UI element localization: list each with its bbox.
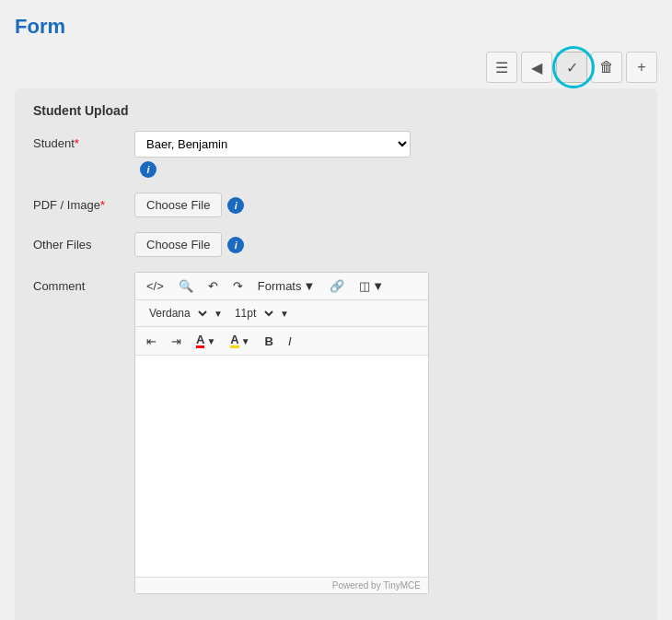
- editor-toolbar-row3: ⇤ ⇥ A ▼ A ▼ B I: [135, 327, 428, 356]
- editor-formats-button[interactable]: Formats ▼: [252, 276, 321, 296]
- italic-icon: I: [288, 334, 292, 348]
- pdf-info-icon[interactable]: i: [227, 197, 244, 214]
- toolbar: ☰ ◀ ✓ 🗑 +: [15, 52, 657, 83]
- editor-link-button[interactable]: 🔗: [324, 276, 350, 296]
- editor-italic-button[interactable]: I: [283, 332, 297, 351]
- highlight-icon: A: [230, 333, 238, 348]
- pdf-choose-file-button[interactable]: Choose File: [134, 193, 222, 217]
- editor-align-left-button[interactable]: ⇤: [141, 332, 162, 351]
- editor-undo-button[interactable]: ↶: [203, 276, 224, 296]
- required-star: *: [75, 136, 79, 150]
- toolbar-add-button[interactable]: +: [626, 52, 657, 83]
- font-color-icon: A: [196, 333, 204, 348]
- form-section-title: Student Upload: [33, 103, 639, 118]
- other-files-info-icon[interactable]: i: [227, 237, 244, 253]
- link-icon: 🔗: [330, 279, 344, 293]
- powered-by-label: Powered by TinyMCE: [332, 580, 421, 591]
- toolbar-check-button[interactable]: ✓: [556, 52, 587, 83]
- font-color-chevron-icon: ▼: [206, 336, 215, 346]
- editor-font-color-button[interactable]: A ▼: [191, 331, 221, 351]
- align-right-icon: ⇥: [171, 334, 181, 348]
- other-files-choose-row: Choose File i: [134, 232, 244, 257]
- editor-highlight-button[interactable]: A ▼: [225, 331, 255, 351]
- check-icon: ✓: [566, 59, 578, 76]
- highlight-chevron-icon: ▼: [241, 336, 250, 346]
- form-container: Student Upload Student* Baer, Benjamin i…: [15, 88, 657, 620]
- editor-footer: Powered by TinyMCE: [135, 577, 428, 593]
- editor-content-area[interactable]: [135, 356, 428, 577]
- pdf-field: Choose File i: [134, 193, 244, 217]
- other-files-label: Other Files: [33, 232, 134, 252]
- student-label: Student*: [33, 131, 134, 150]
- comment-row: Comment </> 🔍 ↶ ↷ Formats ▼: [33, 272, 639, 594]
- redo-icon: ↷: [233, 279, 243, 293]
- editor-table-button[interactable]: ◫ ▼: [353, 276, 389, 296]
- student-info-icon[interactable]: i: [140, 161, 156, 178]
- align-left-icon: ⇤: [146, 334, 156, 348]
- other-files-row: Other Files Choose File i: [33, 232, 639, 257]
- table-icon: ◫: [359, 279, 370, 293]
- pdf-required-star: *: [100, 198, 105, 212]
- back-icon: ◀: [531, 59, 542, 76]
- toolbar-back-button[interactable]: ◀: [521, 52, 552, 83]
- pdf-label: PDF / Image*: [33, 193, 134, 212]
- editor-toolbar-row2: Verdana ▼ 11pt ▼: [135, 300, 428, 327]
- student-field: Baer, Benjamin i: [134, 131, 411, 178]
- editor-font-select[interactable]: Verdana: [141, 304, 210, 322]
- comment-label: Comment: [33, 272, 134, 293]
- font-chevron-icon: ▼: [214, 309, 223, 319]
- page-title: Form: [15, 15, 657, 39]
- student-row: Student* Baer, Benjamin i: [33, 131, 639, 178]
- toolbar-delete-button[interactable]: 🗑: [591, 52, 622, 83]
- table-chevron-icon: ▼: [372, 279, 384, 293]
- editor-source-button[interactable]: </>: [141, 276, 169, 296]
- student-select[interactable]: Baer, Benjamin: [134, 131, 411, 158]
- pdf-row: PDF / Image* Choose File i: [33, 193, 639, 217]
- toolbar-list-button[interactable]: ☰: [486, 52, 517, 83]
- editor-bold-button[interactable]: B: [260, 332, 279, 351]
- formats-label: Formats: [258, 279, 302, 293]
- fontsize-chevron-icon: ▼: [280, 309, 289, 319]
- pdf-choose-row: Choose File i: [134, 193, 244, 217]
- editor-toolbar-row1: </> 🔍 ↶ ↷ Formats ▼ 🔗: [135, 273, 428, 300]
- formats-chevron-icon: ▼: [303, 279, 315, 293]
- binoculars-icon: 🔍: [179, 279, 193, 293]
- trash-icon: 🗑: [599, 59, 614, 76]
- source-icon: </>: [146, 279, 164, 293]
- undo-icon: ↶: [208, 279, 218, 293]
- other-files-field: Choose File i: [134, 232, 244, 257]
- bold-icon: B: [265, 334, 273, 348]
- editor-redo-button[interactable]: ↷: [227, 276, 249, 296]
- editor-search-button[interactable]: 🔍: [173, 276, 199, 296]
- plus-icon: +: [637, 59, 645, 76]
- editor-align-right-button[interactable]: ⇥: [166, 332, 187, 351]
- other-files-choose-button[interactable]: Choose File: [134, 232, 222, 257]
- editor-container: </> 🔍 ↶ ↷ Formats ▼ 🔗: [134, 272, 429, 594]
- list-icon: ☰: [495, 59, 508, 76]
- editor-fontsize-select[interactable]: 11pt: [226, 304, 276, 322]
